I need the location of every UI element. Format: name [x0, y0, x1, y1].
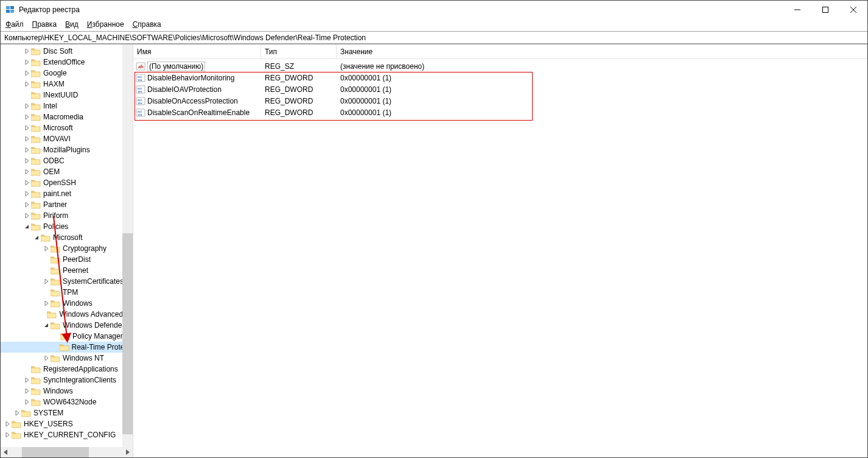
chevron-right-icon[interactable] — [23, 398, 31, 406]
tree-view[interactable]: Disc Soft ExtendOffice Google HAXM INext… — [1, 44, 133, 447]
tree-item[interactable]: Windows — [1, 386, 133, 396]
tree-item[interactable]: MozillaPlugins — [1, 144, 133, 155]
column-header-name[interactable]: Имя — [133, 44, 261, 59]
tree-item[interactable]: Google — [1, 68, 133, 79]
tree-item[interactable]: WOW6432Node — [1, 396, 133, 407]
chevron-right-icon[interactable] — [23, 211, 31, 220]
chevron-right-icon[interactable] — [23, 157, 31, 165]
chevron-right-icon[interactable] — [23, 80, 31, 88]
tree-item[interactable]: Real-Time Protection — [1, 342, 133, 353]
value-row[interactable]: 011 110 DisableOnAccessProtectionREG_DWO… — [133, 95, 867, 107]
value-row[interactable]: 011 110 DisableScanOnRealtimeEnableREG_D… — [133, 107, 867, 118]
tree-vertical-scrollbar-thumb[interactable] — [122, 233, 133, 434]
tree-item[interactable]: Intel — [1, 100, 133, 111]
column-header-type[interactable]: Тип — [261, 44, 337, 59]
chevron-down-icon[interactable] — [23, 222, 31, 231]
chevron-right-icon[interactable] — [23, 113, 31, 121]
chevron-right-icon[interactable] — [23, 102, 31, 110]
tree-item[interactable]: Windows Defender — [1, 320, 133, 331]
chevron-right-icon[interactable] — [23, 178, 31, 187]
column-header-data[interactable]: Значение — [337, 44, 867, 59]
tree-item[interactable]: SyncIntegrationClients — [1, 375, 133, 386]
regedit-app-icon — [5, 5, 15, 15]
menu-favorites[interactable]: Избранное — [87, 20, 124, 29]
menu-view[interactable]: Вид — [65, 20, 79, 29]
tree-item[interactable]: Windows NT — [1, 353, 133, 364]
close-button[interactable] — [839, 1, 867, 19]
chevron-right-icon[interactable] — [23, 135, 31, 143]
tree-item-label: Windows Defender — [63, 321, 124, 329]
chevron-right-icon[interactable] — [23, 124, 31, 132]
tree-item[interactable]: SystemCertificates — [1, 276, 133, 287]
tree-item[interactable]: HKEY_USERS — [1, 418, 133, 429]
tree-item[interactable]: paint.net — [1, 188, 133, 199]
tree-item[interactable]: OEM — [1, 166, 133, 177]
value-row[interactable]: 011 110 DisableBehaviorMonitoringREG_DWO… — [133, 72, 867, 83]
tree-item[interactable]: RegisteredApplications — [1, 364, 133, 375]
menu-help[interactable]: Справка — [133, 20, 161, 29]
chevron-right-icon[interactable] — [23, 376, 31, 384]
chevron-right-icon[interactable] — [23, 387, 31, 395]
scroll-right-icon[interactable] — [122, 447, 133, 457]
minimize-button[interactable] — [783, 1, 811, 19]
chevron-right-icon[interactable] — [23, 167, 31, 176]
tree-item[interactable]: Microsoft — [1, 122, 133, 133]
chevron-right-icon[interactable] — [42, 354, 51, 362]
chevron-right-icon[interactable] — [42, 299, 51, 308]
chevron-right-icon[interactable] — [3, 431, 12, 439]
tree-vertical-scrollbar[interactable] — [122, 44, 133, 447]
tree-item[interactable]: HAXM — [1, 79, 133, 90]
tree-item[interactable]: HKEY_CURRENT_CONFIG — [1, 429, 133, 440]
tree-item[interactable]: INextUUID — [1, 90, 133, 100]
tree-item-label: ExtendOffice — [43, 58, 85, 66]
menu-file[interactable]: Файл — [5, 20, 24, 29]
chevron-right-icon[interactable] — [23, 200, 31, 209]
svg-marker-18 — [26, 169, 29, 174]
tree-item[interactable]: Piriform — [1, 210, 133, 221]
tree-item[interactable]: TPM — [1, 287, 133, 298]
svg-text:110: 110 — [138, 102, 142, 105]
tree-item[interactable]: MOVAVI — [1, 133, 133, 144]
tree-item[interactable]: Cryptography — [1, 243, 133, 254]
tree-item[interactable]: ExtendOffice — [1, 57, 133, 68]
chevron-right-icon[interactable] — [13, 409, 21, 417]
tree-item-label: MozillaPlugins — [43, 146, 90, 154]
chevron-right-icon[interactable] — [23, 189, 31, 198]
tree-item[interactable]: SYSTEM — [1, 407, 133, 418]
chevron-down-icon[interactable] — [42, 321, 51, 329]
tree-item-label: Cryptography — [63, 244, 107, 253]
chevron-right-icon[interactable] — [42, 244, 51, 253]
scroll-left-icon[interactable] — [1, 447, 11, 457]
tree-item[interactable]: Macromedia — [1, 111, 133, 122]
value-row[interactable]: 011 110 DisableIOAVProtectionREG_DWORD0x… — [133, 83, 867, 95]
chevron-right-icon[interactable] — [42, 277, 51, 286]
tree-item[interactable]: Microsoft — [1, 232, 133, 243]
tree-item[interactable]: Policy Manager — [1, 331, 133, 342]
tree-horizontal-scrollbar[interactable] — [1, 447, 133, 457]
chevron-right-icon[interactable] — [23, 69, 31, 77]
tree-item[interactable]: Windows Advanced Threat Protection — [1, 309, 133, 320]
tree-item[interactable]: ODBC — [1, 155, 133, 166]
menu-edit[interactable]: Правка — [32, 20, 57, 29]
tree-item[interactable]: Peernet — [1, 265, 133, 276]
tree-horizontal-scrollbar-thumb[interactable] — [22, 447, 89, 457]
chevron-right-icon[interactable] — [23, 58, 31, 66]
svg-marker-12 — [26, 104, 29, 108]
tree-item[interactable]: OpenSSH — [1, 177, 133, 188]
tree-item-label: SYSTEM — [33, 409, 63, 417]
tree-item[interactable]: Disc Soft — [1, 46, 133, 57]
tree-horizontal-scrollbar-track[interactable] — [11, 447, 122, 457]
address-bar[interactable]: Компьютер\HKEY_LOCAL_MACHINE\SOFTWARE\Po… — [1, 31, 867, 44]
tree-item-label: SystemCertificates — [63, 277, 124, 286]
chevron-right-icon[interactable] — [23, 47, 31, 55]
tree-item[interactable]: Partner — [1, 199, 133, 210]
tree-item[interactable]: Policies — [1, 221, 133, 232]
values-list[interactable]: ab (По умолчанию)REG_SZ(значение не прис… — [133, 59, 867, 457]
tree-item[interactable]: Windows — [1, 298, 133, 309]
chevron-down-icon[interactable] — [32, 233, 41, 242]
chevron-right-icon[interactable] — [23, 146, 31, 154]
value-row[interactable]: ab (По умолчанию)REG_SZ(значение не прис… — [133, 60, 867, 72]
chevron-right-icon[interactable] — [3, 420, 12, 428]
maximize-button[interactable] — [811, 1, 839, 19]
tree-item[interactable]: PeerDist — [1, 254, 133, 265]
